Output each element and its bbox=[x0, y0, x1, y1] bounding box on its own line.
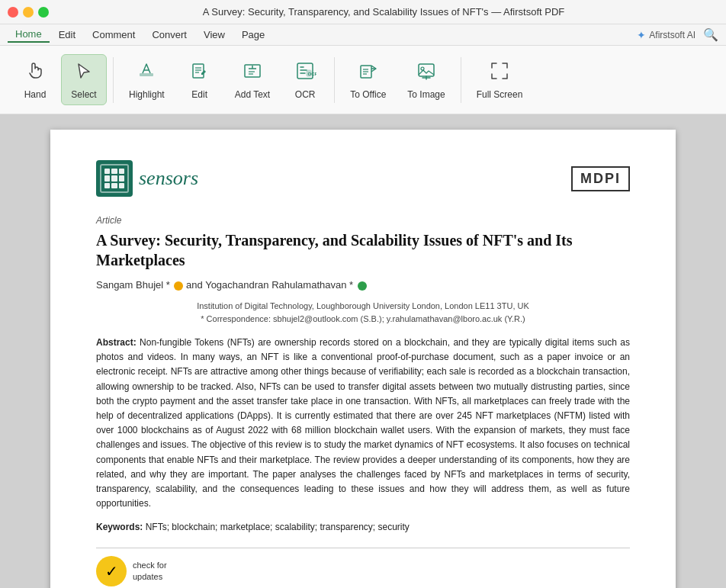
article-authors: Sangam Bhujel * and Yogachandran Rahulam… bbox=[96, 279, 630, 291]
ai-badge[interactable]: ✦ Afirstsoft AI bbox=[637, 29, 695, 41]
keywords-block: Keywords: NFTs; blockchain; marketplace;… bbox=[96, 522, 630, 532]
select-label: Select bbox=[71, 89, 96, 100]
svg-rect-2 bbox=[193, 64, 204, 78]
check-text: check for updates bbox=[133, 560, 167, 583]
to-image-icon bbox=[415, 59, 438, 86]
to-office-icon bbox=[357, 59, 380, 86]
menu-right-area: ✦ Afirstsoft AI 🔍 bbox=[637, 27, 718, 42]
author1-badge bbox=[174, 281, 183, 291]
full-screen-button[interactable]: Full Screen bbox=[467, 55, 532, 104]
edit-icon bbox=[188, 59, 211, 86]
highlight-icon bbox=[135, 59, 158, 86]
edit-button[interactable]: Edit bbox=[177, 55, 223, 104]
bottom-area: ✓ check for updates Citation: Citation: … bbox=[96, 556, 630, 588]
journal-header: sensors MDPI bbox=[96, 160, 630, 197]
toolbar: Hand Select Highlight bbox=[0, 46, 726, 114]
highlight-label: Highlight bbox=[129, 89, 165, 100]
full-screen-label: Full Screen bbox=[477, 89, 523, 100]
check-line2: updates bbox=[133, 571, 167, 583]
menu-bar: Home Edit Comment Convert View Page ✦ Af… bbox=[0, 24, 726, 46]
close-button[interactable] bbox=[8, 7, 18, 18]
title-bar: A Survey: Security, Transparency, and Sc… bbox=[0, 0, 726, 24]
svg-rect-19 bbox=[419, 64, 434, 76]
author2-badge bbox=[358, 281, 367, 291]
menu-edit[interactable]: Edit bbox=[51, 27, 83, 42]
main-area: sensors MDPI Article A Survey: Security,… bbox=[0, 114, 726, 588]
maximize-button[interactable] bbox=[38, 7, 49, 18]
svg-point-20 bbox=[421, 67, 424, 70]
add-text-icon bbox=[241, 59, 264, 86]
menu-page[interactable]: Page bbox=[234, 27, 272, 42]
bottom-left: ✓ check for updates Citation: Citation: … bbox=[96, 556, 521, 588]
menu-comment[interactable]: Comment bbox=[85, 27, 143, 42]
svg-text:OCR: OCR bbox=[308, 72, 317, 76]
search-icon[interactable]: 🔍 bbox=[703, 27, 718, 42]
journal-logo: sensors bbox=[96, 160, 198, 197]
full-screen-icon bbox=[488, 59, 511, 86]
abstract-text: Non-fungible Tokens (NFTs) are ownership… bbox=[96, 337, 630, 509]
document-page: sensors MDPI Article A Survey: Security,… bbox=[50, 130, 676, 588]
ocr-button[interactable]: OCR OCR bbox=[282, 55, 328, 104]
highlight-button[interactable]: Highlight bbox=[120, 55, 174, 104]
affiliation-line1: Institution of Digital Technology, Lough… bbox=[96, 300, 630, 313]
svg-rect-0 bbox=[140, 73, 153, 76]
to-office-button[interactable]: To Office bbox=[341, 55, 395, 104]
separator-2 bbox=[334, 57, 335, 103]
window-title: A Survey: Security, Transparency, and Sc… bbox=[49, 6, 718, 18]
select-button[interactable]: Select bbox=[61, 54, 107, 105]
abstract-label: Abstract: bbox=[96, 337, 137, 348]
mdpi-logo: MDPI bbox=[571, 166, 630, 191]
abstract-block: Abstract: Non-fungible Tokens (NFTs) are… bbox=[96, 336, 630, 511]
article-type: Article bbox=[96, 215, 630, 226]
add-text-button[interactable]: Add Text bbox=[226, 55, 279, 104]
add-text-label: Add Text bbox=[235, 89, 270, 100]
ai-star-icon: ✦ bbox=[637, 29, 646, 41]
check-badge: ✓ bbox=[96, 556, 127, 586]
affiliation-line2: * Correspondence: sbhujel2@outlook.com (… bbox=[96, 313, 630, 326]
hand-label: Hand bbox=[24, 89, 47, 100]
ocr-label: OCR bbox=[295, 89, 316, 100]
check-updates: ✓ check for updates bbox=[96, 556, 521, 586]
journal-name: sensors bbox=[139, 167, 198, 190]
hand-icon bbox=[24, 59, 47, 86]
hand-button[interactable]: Hand bbox=[12, 55, 58, 104]
ocr-icon: OCR bbox=[294, 59, 316, 86]
separator-1 bbox=[113, 57, 114, 103]
ai-label: Afirstsoft AI bbox=[649, 30, 695, 40]
keywords-text: NFTs; blockchain; marketplace; scalabili… bbox=[146, 522, 410, 532]
to-image-label: To Image bbox=[407, 89, 445, 100]
to-office-label: To Office bbox=[350, 89, 386, 100]
check-line1: check for bbox=[133, 560, 167, 571]
minimize-button[interactable] bbox=[23, 7, 34, 18]
sensors-icon bbox=[96, 160, 133, 197]
menu-convert[interactable]: Convert bbox=[144, 27, 194, 42]
to-image-button[interactable]: To Image bbox=[398, 55, 454, 104]
menu-home[interactable]: Home bbox=[8, 27, 50, 43]
authors-and: and Yogachandran Rahulamathavan * bbox=[186, 279, 353, 291]
authors-text: Sangam Bhujel * bbox=[96, 279, 170, 291]
keywords-label: Keywords: bbox=[96, 522, 143, 532]
window-controls[interactable] bbox=[8, 7, 49, 18]
separator-3 bbox=[461, 57, 461, 103]
divider bbox=[96, 548, 630, 548]
edit-label: Edit bbox=[191, 89, 207, 100]
article-title: A Survey: Security, Transparency, and Sc… bbox=[96, 230, 630, 270]
affiliation-block: Institution of Digital Technology, Lough… bbox=[96, 300, 630, 325]
menu-view[interactable]: View bbox=[196, 27, 233, 42]
select-icon bbox=[72, 59, 95, 86]
